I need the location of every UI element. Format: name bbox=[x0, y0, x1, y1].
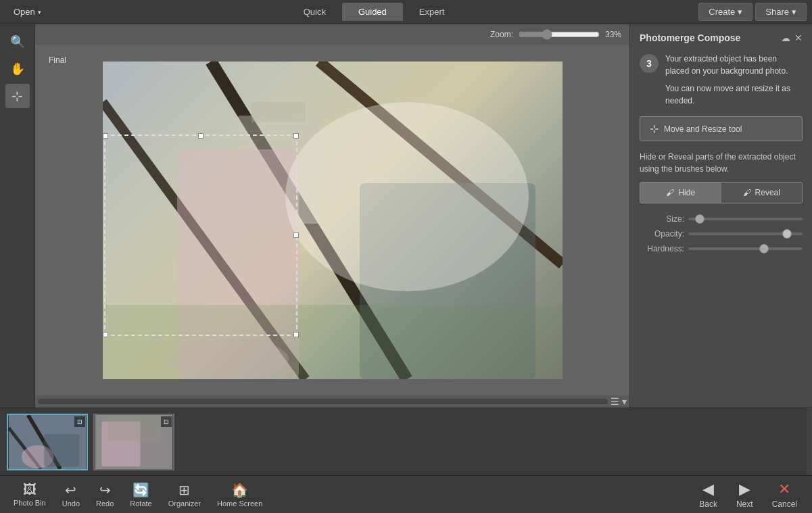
open-label: Open bbox=[14, 7, 35, 17]
reveal-brush-button[interactable]: 🖌 Reveal bbox=[721, 182, 803, 203]
create-label: Create bbox=[709, 7, 735, 17]
step-circle: 3 bbox=[640, 54, 659, 73]
bottom-bar: 🖼 Photo Bin ↩ Undo ↪ Redo 🔄 Rotate ⊞ Org… bbox=[0, 475, 812, 513]
hardness-track bbox=[688, 247, 803, 250]
cancel-label: Cancel bbox=[772, 499, 797, 509]
zoom-label: Zoom: bbox=[490, 30, 513, 39]
zoom-bar: Zoom: 33% bbox=[35, 24, 629, 45]
organizer-icon: ⊞ bbox=[178, 482, 190, 498]
home-screen-button[interactable]: 🏠 Home Screen bbox=[212, 479, 268, 510]
svg-rect-14 bbox=[44, 434, 79, 466]
undo-button[interactable]: ↩ Undo bbox=[57, 479, 85, 510]
filmstrip-thumb-2[interactable]: ⊡ bbox=[93, 414, 174, 470]
step-area: 3 Your extracted object has been placed … bbox=[640, 53, 803, 107]
step-number: 3 bbox=[646, 58, 652, 69]
sliders-section: Size: Opacity: Hardness: bbox=[640, 214, 803, 253]
move-resize-button[interactable]: ⊹ Move and Resize tool bbox=[640, 116, 803, 141]
svg-rect-4 bbox=[252, 102, 306, 122]
main-area: 🔍 ✋ ⊹ Zoom: 33% Final bbox=[0, 24, 812, 408]
cancel-button[interactable]: ✕ Cancel bbox=[765, 478, 804, 512]
mode-tabs: Quick Guided Expert bbox=[49, 3, 698, 21]
hide-brush-button[interactable]: 🖌 Hide bbox=[640, 182, 721, 203]
rotate-label: Rotate bbox=[130, 499, 151, 508]
tab-quick[interactable]: Quick bbox=[287, 3, 342, 21]
filmstrip-scrollbar[interactable] bbox=[807, 408, 812, 475]
photo-bin-label: Photo Bin bbox=[14, 499, 46, 507]
back-button[interactable]: ◀ Back bbox=[692, 478, 724, 512]
bottom-right-buttons: ◀ Back ▶ Next ✕ Cancel bbox=[692, 478, 804, 512]
redo-button[interactable]: ↪ Redo bbox=[91, 479, 119, 510]
share-label: Share bbox=[765, 7, 789, 17]
redo-icon: ↪ bbox=[99, 482, 111, 498]
rotate-button[interactable]: 🔄 Rotate bbox=[124, 479, 157, 510]
opacity-thumb[interactable] bbox=[782, 229, 792, 239]
thumb-1-badge: ⊡ bbox=[74, 416, 85, 427]
left-toolbar: 🔍 ✋ ⊹ bbox=[0, 24, 35, 408]
next-icon: ▶ bbox=[739, 481, 750, 498]
size-slider-row: Size: bbox=[640, 214, 803, 224]
hand-tool-button[interactable]: ✋ bbox=[5, 57, 30, 81]
zoom-value: 33% bbox=[605, 30, 621, 39]
create-button[interactable]: Create ▾ bbox=[698, 3, 753, 21]
open-arrow-icon: ▾ bbox=[38, 9, 41, 16]
organizer-label: Organizer bbox=[168, 499, 201, 508]
move-resize-tool-icon: ⊹ bbox=[11, 88, 23, 104]
panel-help-icon[interactable]: ☁ bbox=[781, 32, 790, 43]
hide-brush-label: Hide bbox=[678, 188, 695, 197]
canvas-menu-icon[interactable]: ☰ bbox=[611, 396, 619, 407]
filmstrip-thumb-1[interactable]: ⊡ bbox=[7, 414, 88, 470]
final-label: Final bbox=[49, 55, 66, 65]
thumb-2-badge: ⊡ bbox=[161, 416, 172, 427]
opacity-slider-row: Opacity: bbox=[640, 229, 803, 239]
next-label: Next bbox=[736, 499, 753, 509]
photo-bin-icon: 🖼 bbox=[23, 482, 37, 497]
panel-header: Photomerge Compose ☁ ✕ bbox=[640, 32, 803, 43]
horizontal-scrollbar[interactable] bbox=[38, 399, 608, 404]
canvas-area: Zoom: 33% Final bbox=[35, 24, 629, 408]
photo-canvas[interactable] bbox=[103, 62, 563, 379]
zoom-tool-icon: 🔍 bbox=[10, 34, 25, 49]
brush-section-label: Hide or Reveal parts of the extracted ob… bbox=[640, 151, 803, 175]
svg-rect-9 bbox=[103, 305, 563, 379]
rotate-icon: 🔄 bbox=[133, 482, 149, 498]
panel-close-icon[interactable]: ✕ bbox=[794, 32, 803, 43]
hardness-thumb[interactable] bbox=[759, 244, 769, 253]
filmstrip-area: ⊡ ⊡ bbox=[0, 408, 812, 475]
redo-label: Redo bbox=[96, 499, 114, 508]
panel-icons: ☁ ✕ bbox=[781, 32, 803, 43]
zoom-slider[interactable] bbox=[519, 29, 600, 40]
photo-background bbox=[103, 62, 563, 379]
organizer-button[interactable]: ⊞ Organizer bbox=[163, 479, 206, 510]
zoom-tool-button[interactable]: 🔍 bbox=[5, 30, 30, 54]
move-resize-button-icon: ⊹ bbox=[650, 122, 659, 135]
bottom-left-buttons: 🖼 Photo Bin ↩ Undo ↪ Redo 🔄 Rotate ⊞ Org… bbox=[8, 479, 268, 510]
panel-title: Photomerge Compose bbox=[640, 32, 740, 43]
svg-rect-17 bbox=[108, 415, 160, 441]
tab-guided[interactable]: Guided bbox=[342, 3, 403, 21]
share-button[interactable]: Share ▾ bbox=[755, 3, 807, 21]
canvas-content: Final bbox=[35, 45, 629, 395]
brush-buttons: 🖌 Hide 🖌 Reveal bbox=[640, 182, 803, 203]
home-screen-label: Home Screen bbox=[217, 499, 262, 508]
open-button[interactable]: Open ▾ bbox=[5, 4, 49, 20]
step-text-2: You can now move and resize it as needed… bbox=[665, 82, 803, 107]
tent-svg bbox=[103, 62, 563, 379]
size-label: Size: bbox=[640, 214, 684, 224]
canvas-expand-icon[interactable]: ▾ bbox=[622, 396, 627, 407]
undo-icon: ↩ bbox=[65, 482, 76, 498]
size-track bbox=[688, 218, 803, 220]
cancel-icon: ✕ bbox=[778, 481, 790, 498]
photo-bin-button[interactable]: 🖼 Photo Bin bbox=[8, 479, 51, 510]
move-resize-button-label: Move and Resize tool bbox=[664, 124, 742, 134]
create-arrow-icon: ▾ bbox=[738, 7, 742, 17]
reveal-brush-icon: 🖌 bbox=[743, 188, 751, 197]
opacity-track bbox=[688, 233, 803, 235]
hardness-slider-row: Hardness: bbox=[640, 244, 803, 253]
size-thumb[interactable] bbox=[695, 214, 704, 224]
move-resize-tool-button[interactable]: ⊹ bbox=[5, 84, 30, 108]
undo-label: Undo bbox=[62, 499, 80, 508]
right-panel: Photomerge Compose ☁ ✕ 3 Your extracted … bbox=[629, 24, 812, 408]
svg-point-8 bbox=[285, 102, 529, 291]
next-button[interactable]: ▶ Next bbox=[730, 478, 760, 512]
tab-expert[interactable]: Expert bbox=[403, 3, 461, 21]
